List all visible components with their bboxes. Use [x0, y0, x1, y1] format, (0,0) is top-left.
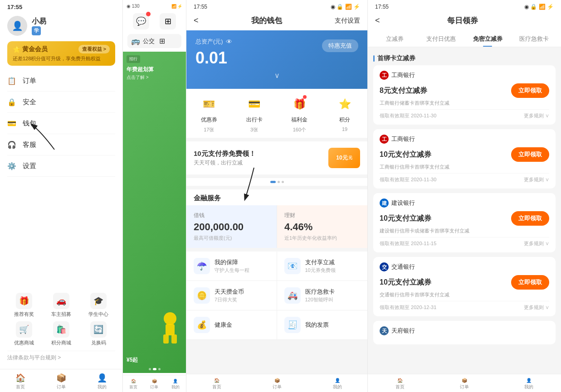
- coupon-card-ccb-10: 建 建设银行 10元支付立减券 立即领取 建设银行信用卡或储蓄卡首绑享支付立减 …: [373, 193, 556, 252]
- wallet-nav-home[interactable]: 🏠 首页: [212, 378, 221, 390]
- tf-logo: 天: [380, 326, 389, 335]
- wallet-quick-menu: 🎫 优惠券 17张 💳 出行卡 3张 🎁 福利金 160个 ⭐ 积分 19: [186, 89, 367, 138]
- rules-3[interactable]: 更多规则 ∨: [524, 240, 549, 247]
- tab-medical[interactable]: 医疗急救卡: [511, 30, 558, 47]
- student-icon: 🎓: [90, 293, 107, 309]
- svg-rect-2: [166, 324, 175, 335]
- nav-orders-label: 订单: [57, 384, 66, 390]
- middle-bottom-nav: 🏠 首页 📦 订单 👤 我的: [123, 375, 186, 392]
- rules-4[interactable]: 更多规则 ∨: [524, 304, 549, 311]
- sidebar-recommend[interactable]: 🎁 推荐有奖: [7, 293, 41, 318]
- medical-sub: 120智能呼叫: [305, 296, 335, 303]
- middle-nav-home[interactable]: 🏠 首页: [129, 379, 137, 390]
- promo-banner[interactable]: 招行 年费超划算 点击了解 > ¥5起: [123, 52, 186, 373]
- claim-button-3[interactable]: 立即领取: [511, 211, 549, 226]
- coupon-quick-item[interactable]: 🎫 优惠券 17张: [200, 95, 218, 133]
- tab-lijian[interactable]: 立减券: [371, 30, 418, 47]
- icbc-name-2: 工商银行: [391, 135, 415, 143]
- wallet-profile-icon: 👤: [335, 378, 340, 383]
- travel-card-quick-item[interactable]: 💳 出行卡 3张: [245, 95, 263, 133]
- service-gold[interactable]: 🪙 天天攒金币 7日得大奖: [186, 281, 277, 310]
- coupon-bank-header-4: 交 交通银行: [380, 262, 549, 271]
- wallet-back-button[interactable]: <: [194, 16, 199, 25]
- coupon-home-icon: 🏠: [397, 378, 403, 383]
- service-health[interactable]: 💰 健康金: [186, 310, 277, 340]
- health-text: 健康金: [215, 321, 232, 329]
- coupon-row-4: 10元支付立减券 立即领取: [380, 275, 549, 290]
- icbc-logo-1: 工: [380, 71, 389, 80]
- promo-title: 年费超划算: [123, 63, 186, 74]
- service-pay-discount[interactable]: 📧 支付享立减 10元券免费领: [277, 252, 368, 281]
- insurance-label: 我的保障: [215, 258, 249, 266]
- tab-payday[interactable]: 支付日优惠: [418, 30, 465, 47]
- service-insurance[interactable]: ☂️ 我的保障 守护人生每一程: [186, 252, 277, 281]
- coupon-status-icons: ◉ 🔒 📶 ⚡: [524, 4, 554, 10]
- recommend-label: 推荐有奖: [14, 311, 34, 318]
- eye-icon[interactable]: 👁: [226, 38, 232, 45]
- wallet-title: 我的钱包: [251, 15, 282, 26]
- wallet-time: 17:55: [194, 4, 207, 10]
- promo-title: 10元支付券免费领！: [194, 150, 256, 158]
- borrow-card[interactable]: 借钱 200,000.00 最高可借额度(元): [186, 205, 277, 248]
- claim-button-1[interactable]: 立即领取: [511, 83, 549, 98]
- wallet-nav-orders[interactable]: 📦 订单: [273, 378, 282, 390]
- expire-1: 领取有效期至 2020-11-30: [380, 112, 436, 119]
- invest-card[interactable]: 理财 4.46% 近1年历史年化收益率约: [277, 205, 367, 248]
- sidebar-item-wallet[interactable]: 💳 钱包: [7, 113, 115, 134]
- wallet-home-icon: 🏠: [214, 378, 220, 383]
- sidebar-driver[interactable]: 🚗 车主招募: [44, 293, 78, 318]
- middle-status-icons: 📶 ⚡: [171, 4, 182, 9]
- coupon-nav-orders[interactable]: 📦 订单: [460, 378, 469, 390]
- avatar[interactable]: 👤: [7, 16, 27, 36]
- recharge-button[interactable]: 特惠充值: [322, 39, 358, 52]
- sidebar-shop[interactable]: 🛒 优惠商城: [7, 321, 41, 346]
- wallet-panel: 17:55 ◉ 🔒 📶 ⚡ < 我的钱包 支付设置 总资产(元) 👁 0.01 …: [186, 0, 367, 392]
- coupon-footer-4: 领取有效期至 2020-12-31 更多规则 ∨: [380, 301, 549, 311]
- claim-button-4[interactable]: 立即领取: [511, 275, 549, 290]
- sidebar-nav-orders[interactable]: 📦 订单: [56, 373, 66, 390]
- claim-button-2[interactable]: 立即领取: [511, 147, 549, 162]
- expand-icon[interactable]: ∨: [274, 71, 280, 80]
- sidebar-nav-home[interactable]: 🏠 首页: [15, 373, 25, 390]
- invest-sub: 近1年历史年化收益率约: [284, 235, 360, 242]
- points-label: 积分: [339, 116, 350, 124]
- rules-1[interactable]: 更多规则 ∨: [524, 112, 549, 119]
- service-medical[interactable]: 🚑 医疗急救卡 120智能呼叫: [277, 281, 368, 310]
- sidebar-student[interactable]: 🎓 学生中心: [82, 293, 115, 318]
- coupon-footer-3: 领取有效期至 2020-11-15 更多规则 ∨: [380, 237, 549, 247]
- sidebar-points-shop[interactable]: 🛍️ 积分商城: [44, 321, 78, 346]
- bus-icon: 🚌: [131, 37, 140, 45]
- wallet-status-icons: ◉ 🔒 📶 ⚡: [331, 4, 360, 10]
- message-button[interactable]: 💬: [133, 13, 149, 29]
- service-invoice[interactable]: 🧾 我的发票: [277, 310, 368, 340]
- sidebar-item-orders[interactable]: 📋 订单: [7, 70, 115, 92]
- rules-2[interactable]: 更多规则 ∨: [524, 176, 549, 183]
- tab-mianmi[interactable]: 免密立减券: [464, 30, 511, 47]
- bus-button[interactable]: 🚌 公交 ⊞: [127, 34, 181, 48]
- sidebar-item-settings[interactable]: ⚙️ 设置: [7, 155, 115, 177]
- coupon-panel: 17:55 ◉ 🔒 📶 ⚡ < 每日领券 立减券 支付日优惠 免密立减券 医疗急…: [367, 0, 561, 392]
- wallet-promo-banner[interactable]: 10元支付券免费领！ 天天可领，出行立减 10元 元: [186, 141, 367, 174]
- grid-button[interactable]: ⊞: [160, 13, 176, 29]
- coupon-nav-home[interactable]: 🏠 首页: [395, 378, 405, 390]
- sidebar-nav-profile[interactable]: 👤 我的: [97, 373, 107, 390]
- vip-card[interactable]: ⭐ 黄金会员 查看权益 > 还差128积分值可升级，享免费升舱权益: [7, 41, 115, 66]
- promo-detail-btn[interactable]: 点击了解 >: [123, 74, 186, 81]
- wallet-settings-link[interactable]: 支付设置: [335, 17, 360, 25]
- sidebar-exchange[interactable]: 🔄 兑换码: [82, 321, 115, 346]
- sidebar-item-security[interactable]: 🔒 安全: [7, 92, 115, 113]
- coupon-nav-profile[interactable]: 👤 我的: [524, 378, 533, 390]
- svg-point-1: [164, 312, 176, 325]
- sidebar-item-service[interactable]: 🎧 客服: [7, 134, 115, 155]
- legal-link[interactable]: 法律条款与平台规则 >: [7, 351, 115, 364]
- middle-nav-profile[interactable]: 👤 我的: [171, 379, 180, 390]
- middle-nav-orders[interactable]: 📦 订单: [150, 379, 158, 390]
- points-quick-item[interactable]: ⭐ 积分 19: [336, 95, 354, 133]
- welfare-quick-item[interactable]: 🎁 福利金 160个: [290, 95, 308, 133]
- shop-label: 优惠商城: [14, 339, 34, 346]
- wallet-nav-profile[interactable]: 👤 我的: [333, 378, 342, 390]
- invoice-icon: 🧾: [284, 317, 301, 333]
- vip-rights-button[interactable]: 查看权益 >: [78, 45, 110, 53]
- coupon-back-button[interactable]: <: [375, 16, 380, 25]
- coupon-section-header: 首绑卡立减券: [373, 54, 556, 63]
